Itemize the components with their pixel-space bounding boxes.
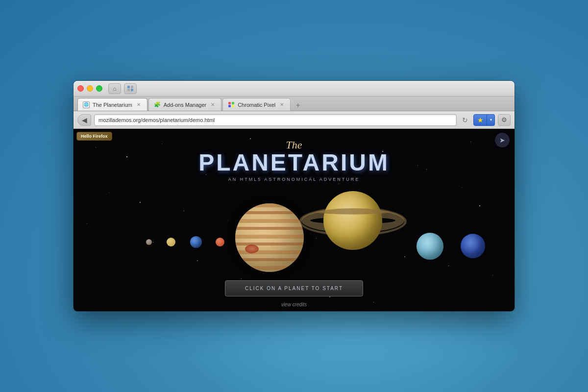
- back-icon: ◀: [82, 116, 87, 124]
- share-icon-glyph: ➤: [499, 136, 505, 144]
- firefox-badge: Hello Firefox: [76, 132, 112, 141]
- url-bar: ◀ ↻ ★ ▾ ⚙: [74, 111, 514, 129]
- maximize-button[interactable]: [96, 85, 102, 92]
- bookmark-arrow-button[interactable]: ▾: [487, 114, 495, 126]
- tab-chromatic[interactable]: Chromatic Pixel ✕: [222, 98, 291, 111]
- cta-button[interactable]: Click on a Planet to Start: [225, 280, 363, 296]
- title-main: Planetarium: [74, 149, 514, 176]
- minimize-button[interactable]: [87, 85, 93, 92]
- title-bar: ⌂: [74, 81, 514, 97]
- cta-button-label: Click on a Planet to Start: [245, 286, 343, 291]
- settings-button[interactable]: ⚙: [498, 114, 511, 126]
- tab-planetarium[interactable]: 🌐 The Planetarium ✕: [77, 98, 147, 111]
- url-input-container[interactable]: [94, 114, 457, 126]
- traffic-lights: [77, 85, 102, 92]
- tab-close-planetarium[interactable]: ✕: [135, 101, 142, 108]
- planet-neptune[interactable]: [461, 234, 485, 258]
- url-input[interactable]: [98, 117, 452, 123]
- close-button[interactable]: [77, 85, 84, 92]
- view-credits-link[interactable]: view credits: [281, 302, 307, 307]
- star-icon: ★: [477, 116, 484, 124]
- tab-label-planetarium: The Planetarium: [93, 102, 132, 108]
- home-button[interactable]: ⌂: [108, 83, 121, 94]
- browser-window: ⌂ 🌐 The Planetarium ✕ 🧩 Add-ons Manager …: [74, 81, 514, 311]
- tab-label-addons: Add-ons Manager: [164, 102, 206, 108]
- planets-scene: [74, 179, 514, 287]
- web-content: Hello Firefox ➤ The Planetarium An HTML5…: [74, 129, 514, 311]
- planet-saturn[interactable]: [323, 191, 382, 250]
- view-credits-label: view credits: [281, 302, 307, 307]
- tab-label-chromatic: Chromatic Pixel: [238, 102, 275, 108]
- tab-icon-chromatic: [228, 101, 235, 108]
- back-button[interactable]: ◀: [77, 114, 91, 126]
- addon-button[interactable]: [124, 83, 137, 94]
- reload-icon: ↻: [462, 116, 468, 124]
- planet-mars[interactable]: [216, 238, 224, 246]
- jupiter-great-red-spot: [245, 245, 259, 253]
- bookmark-star-button[interactable]: ★: [473, 114, 487, 126]
- jupiter-bands: [235, 203, 304, 272]
- reload-button[interactable]: ↻: [460, 115, 470, 125]
- page-title-area: The Planetarium An HTML5 Astronomical Ad…: [74, 139, 514, 182]
- new-tab-button[interactable]: +: [292, 100, 304, 111]
- planet-uranus[interactable]: [416, 233, 443, 260]
- settings-icon: ⚙: [501, 116, 507, 123]
- tab-bar: 🌐 The Planetarium ✕ 🧩 Add-ons Manager ✕ …: [74, 97, 514, 111]
- tab-icon-addons: 🧩: [154, 101, 161, 108]
- tab-close-addons[interactable]: ✕: [209, 101, 216, 108]
- share-button[interactable]: ➤: [495, 133, 510, 147]
- planet-earth[interactable]: [190, 236, 202, 248]
- planet-mercury[interactable]: [146, 239, 152, 245]
- tab-favicon-planetarium: 🌐: [83, 101, 90, 108]
- saturn-container: [299, 179, 407, 277]
- tab-addons[interactable]: 🧩 Add-ons Manager ✕: [148, 98, 221, 111]
- planet-venus[interactable]: [167, 238, 175, 246]
- title-subtitle: An HTML5 Astronomical Adventure: [74, 177, 514, 182]
- tab-close-chromatic[interactable]: ✕: [278, 101, 285, 108]
- planet-jupiter[interactable]: [235, 203, 304, 272]
- chevron-down-icon: ▾: [490, 118, 492, 122]
